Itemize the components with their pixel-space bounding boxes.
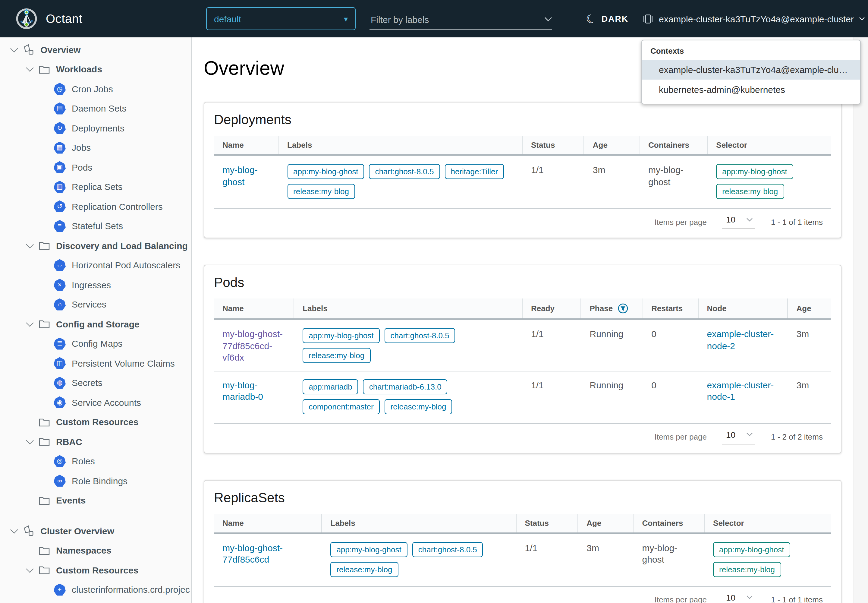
column-header-age[interactable]: Age bbox=[788, 298, 831, 319]
sidebar-item-cron-jobs[interactable]: ◷Cron Jobs bbox=[0, 79, 191, 99]
sidebar-item-overview[interactable]: Overview bbox=[0, 40, 191, 59]
namespace-select[interactable]: default ▾ bbox=[206, 7, 356, 30]
table-row: my-blog-ghostapp:my-blog-ghostchart:ghos… bbox=[214, 156, 831, 206]
column-header-phase[interactable]: Phase bbox=[581, 298, 643, 319]
table-cell-age: 3m bbox=[578, 534, 633, 584]
resource-link[interactable]: my-blog-mariadb-0 bbox=[222, 380, 263, 402]
items-per-page-select[interactable]: 10 bbox=[723, 215, 755, 229]
contexts-menu-title: Contexts bbox=[642, 40, 860, 60]
sidebar-item-role-bindings[interactable]: ∞Role Bindings bbox=[0, 471, 191, 490]
sidebar-item-stateful-sets[interactable]: ≡Stateful Sets bbox=[0, 216, 191, 236]
chevron-down-icon[interactable] bbox=[6, 529, 22, 532]
table-cell-age: 3m bbox=[788, 320, 831, 371]
chevron-down-icon[interactable] bbox=[6, 48, 22, 51]
label-tag: chart:ghost-8.0.5 bbox=[412, 542, 483, 557]
context-menu-item[interactable]: kubernetes-admin@kubernetes bbox=[642, 80, 860, 99]
filter-chevron-down-icon[interactable] bbox=[544, 17, 552, 22]
sidebar-item-config-and-storage[interactable]: Config and Storage bbox=[0, 314, 191, 334]
column-header-labels[interactable]: Labels bbox=[322, 513, 516, 532]
column-header-age[interactable]: Age bbox=[584, 136, 640, 155]
chevron-down-icon[interactable] bbox=[22, 569, 37, 572]
namespace-select-value: default bbox=[214, 14, 344, 24]
sidebar-item-secrets[interactable]: ◍Secrets bbox=[0, 373, 191, 393]
table-cell-labels: app:my-blog-ghostchart:ghost-8.0.5herita… bbox=[279, 156, 523, 206]
items-per-page-select[interactable]: 10 bbox=[723, 592, 755, 603]
column-header-containers[interactable]: Containers bbox=[634, 513, 705, 532]
chevron-down-icon[interactable] bbox=[22, 244, 37, 247]
sidebar-item-service-accounts[interactable]: ◉Service Accounts bbox=[0, 393, 191, 412]
sidebar-item-workloads[interactable]: Workloads bbox=[0, 59, 191, 79]
label-tag: release:my-blog bbox=[385, 399, 453, 414]
sidebar-item-replica-sets[interactable]: ▥Replica Sets bbox=[0, 177, 191, 196]
applications-icon bbox=[22, 525, 35, 537]
sidebar-item-horizontal-pod-autoscalers[interactable]: ⇔Horizontal Pod Autoscalers bbox=[0, 255, 191, 275]
label-tag: app:my-blog-ghost bbox=[716, 164, 793, 179]
sidebar-item-persistent-volume-claims[interactable]: ◫Persistent Volume Claims bbox=[0, 353, 191, 373]
column-header-selector[interactable]: Selector bbox=[708, 136, 831, 155]
jobs-icon: ▦ bbox=[53, 142, 66, 154]
folder-icon bbox=[37, 417, 51, 427]
resource-link[interactable]: example-cluster-node-2 bbox=[707, 329, 774, 351]
resource-link[interactable]: example-cluster-node-1 bbox=[707, 380, 774, 402]
sidebar-item-csidrivers-csi-storage-k8s-io[interactable]: +csidrivers.csi.storage.k8s.io bbox=[0, 599, 191, 603]
column-header-label: Age bbox=[797, 304, 811, 313]
column-header-labels[interactable]: Labels bbox=[294, 298, 523, 319]
sidebar-item-cluster-overview[interactable]: Cluster Overview bbox=[0, 521, 191, 541]
sidebar-item-roles[interactable]: ◎Roles bbox=[0, 451, 191, 471]
column-header-label: Status bbox=[531, 141, 555, 150]
label-tag: chart:ghost-8.0.5 bbox=[369, 164, 440, 179]
context-menu-item-selected[interactable]: example-cluster-ka3TuTzYo4a@example-clu… bbox=[642, 60, 860, 80]
label-tag: release:my-blog bbox=[303, 348, 371, 363]
chevron-down-icon[interactable] bbox=[22, 68, 37, 71]
sidebar-item-jobs[interactable]: ▦Jobs bbox=[0, 138, 191, 158]
sidebar-item-custom-resources[interactable]: Custom Resources bbox=[0, 560, 191, 580]
resource-link[interactable]: my-blog-ghost-77df85c6cd bbox=[222, 543, 283, 564]
sidebar-item-daemon-sets[interactable]: ▤Daemon Sets bbox=[0, 99, 191, 118]
stateful-sets-icon: ≡ bbox=[53, 220, 66, 232]
resource-link[interactable]: my-blog-ghost-77df85c6cd-vf6dx bbox=[222, 329, 283, 362]
scrollbar-track[interactable] bbox=[854, 37, 868, 603]
filter-icon[interactable] bbox=[618, 303, 628, 314]
sidebar-item-replication-controllers[interactable]: ↺Replication Controllers bbox=[0, 196, 191, 216]
sidebar-item-namespaces[interactable]: Namespaces bbox=[0, 541, 191, 560]
dark-theme-toggle[interactable]: ☾ DARK bbox=[586, 0, 629, 37]
column-header-selector[interactable]: Selector bbox=[705, 513, 831, 532]
sidebar-item-services[interactable]: ⌂Services bbox=[0, 295, 191, 314]
pagination-chevron-down-icon bbox=[746, 217, 753, 222]
table-cell-restarts: 0 bbox=[643, 320, 698, 371]
column-header-node[interactable]: Node bbox=[699, 298, 788, 319]
label-tag-list: app:my-blog-ghostchart:ghost-8.0.5herita… bbox=[287, 164, 514, 199]
column-header-name[interactable]: Name bbox=[214, 513, 322, 532]
sidebar-item-config-maps[interactable]: ≣Config Maps bbox=[0, 334, 191, 353]
column-header-age[interactable]: Age bbox=[578, 513, 633, 532]
column-header-containers[interactable]: Containers bbox=[640, 136, 708, 155]
cell-text: 1/1 bbox=[531, 329, 544, 339]
table-cell-age: 3m bbox=[584, 156, 640, 206]
sidebar-item-pods[interactable]: ▣Pods bbox=[0, 158, 191, 177]
chevron-down-icon[interactable] bbox=[22, 440, 37, 443]
column-header-status[interactable]: Status bbox=[516, 513, 578, 532]
section-title: ReplicaSets bbox=[214, 490, 831, 506]
brand[interactable]: Octant bbox=[15, 0, 82, 37]
sidebar-item-deployments[interactable]: ↻Deployments bbox=[0, 118, 191, 138]
column-header-ready[interactable]: Ready bbox=[523, 298, 581, 319]
sidebar-item-events[interactable]: Events bbox=[0, 490, 191, 510]
column-header-name[interactable]: Name bbox=[214, 298, 294, 319]
sidebar-item-custom-resources[interactable]: Custom Resources bbox=[0, 412, 191, 432]
column-header-labels[interactable]: Labels bbox=[279, 136, 523, 155]
sidebar-item-clusterinformations-crd-projec[interactable]: +clusterinformations.crd.projec bbox=[0, 580, 191, 599]
column-header-status[interactable]: Status bbox=[523, 136, 584, 155]
label-filter-input[interactable] bbox=[369, 14, 544, 25]
sidebar-item-label: Role Bindings bbox=[72, 476, 128, 486]
sidebar-item-discovery-and-load-balancing[interactable]: Discovery and Load Balancing bbox=[0, 236, 191, 255]
sidebar-item-rbac[interactable]: RBAC bbox=[0, 432, 191, 451]
chevron-down-icon[interactable] bbox=[22, 323, 37, 326]
table-cell-ready: 1/1 bbox=[523, 320, 581, 371]
resource-link[interactable]: my-blog-ghost bbox=[222, 165, 258, 187]
column-header-restarts[interactable]: Restarts bbox=[643, 298, 698, 319]
context-selector[interactable]: example-cluster-ka3TuTzYo4a@example-clus… bbox=[643, 0, 865, 37]
items-per-page-select[interactable]: 10 bbox=[723, 430, 755, 444]
column-header-name[interactable]: Name bbox=[214, 136, 279, 155]
column-header-label: Ready bbox=[531, 304, 554, 313]
sidebar-item-ingresses[interactable]: ×Ingresses bbox=[0, 275, 191, 295]
